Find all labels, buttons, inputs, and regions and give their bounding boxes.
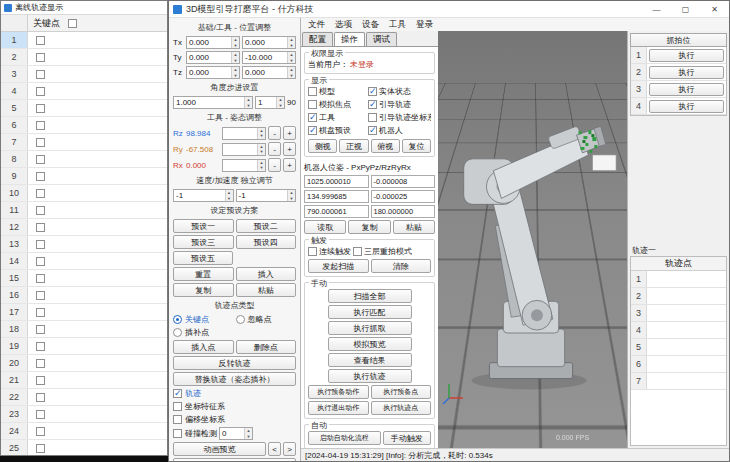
rx-plus-button[interactable]: + [283, 158, 296, 172]
copy-button[interactable]: 复制 [173, 283, 234, 297]
angle-step-spinner[interactable]: 1.000▲▼ [173, 96, 253, 109]
run-prepare-action-button[interactable]: 执行预备动作 [308, 385, 369, 399]
keypoint-row[interactable]: 23 [1, 406, 167, 423]
minimize-button[interactable]: — [642, 1, 671, 17]
point-type-keypoint[interactable]: 关键点 [173, 314, 234, 325]
preset-5-button[interactable]: 预设五 [173, 251, 233, 265]
robot-checkbox[interactable] [368, 126, 377, 135]
ty-value-spinner[interactable]: -10.000▲▼ [242, 51, 296, 64]
keypoint-checkbox[interactable] [36, 53, 45, 62]
rz-plus-button[interactable]: + [283, 126, 296, 140]
keypoint-row[interactable]: 5 [1, 100, 167, 117]
keypoint-row-number[interactable]: 13 [1, 236, 28, 252]
keypoint-row[interactable]: 19 [1, 338, 167, 355]
maximize-button[interactable]: ▢ [671, 1, 700, 17]
keypoint-checkbox[interactable] [36, 342, 45, 351]
select-all-checkbox[interactable] [68, 19, 77, 28]
track-point-row-number[interactable]: 7 [631, 373, 647, 389]
tz-value-spinner[interactable]: 0.000▲▼ [242, 66, 296, 79]
keypoint-row[interactable]: 8 [1, 151, 167, 168]
ry-step-spinner[interactable]: ▲▼ [222, 143, 266, 156]
pose-read-button[interactable]: 读取 [304, 220, 346, 234]
table-corner-cell[interactable] [1, 15, 28, 31]
run-exit-action-button[interactable]: 执行退出动作 [308, 401, 369, 415]
track-point-row[interactable]: 6 [631, 356, 726, 373]
continuous-trigger-checkbox[interactable] [308, 247, 317, 256]
keypoint-checkbox[interactable] [36, 189, 45, 198]
keypoint-row[interactable]: 3 [1, 66, 167, 83]
keypoint-row-number[interactable]: 23 [1, 406, 28, 422]
preset-3-button[interactable]: 预设三 [173, 235, 234, 249]
main-titlebar[interactable]: 3D模型引导打磨平台 - 什方科技 — ▢ ✕ [169, 1, 729, 18]
keypoint-checkbox[interactable] [36, 308, 45, 317]
keypoint-checkbox[interactable] [36, 206, 45, 215]
keypoint-row-number[interactable]: 1 [1, 32, 28, 48]
menu-login[interactable]: 登录 [411, 19, 438, 31]
keypoint-row[interactable]: 1 [1, 32, 167, 49]
point-type-interp[interactable]: 插补点 [173, 327, 296, 338]
display-tool[interactable]: 工具 [308, 112, 366, 123]
execute-button[interactable]: 执行 [649, 49, 724, 62]
keypoint-checkbox[interactable] [36, 410, 45, 419]
ry-plus-button[interactable]: + [283, 142, 296, 156]
keypoint-row[interactable]: 21 [1, 372, 167, 389]
track-point-row-cell[interactable] [647, 312, 726, 314]
keypoint-row-number[interactable]: 18 [1, 321, 28, 337]
keypoint-checkbox[interactable] [36, 376, 45, 385]
tab-operate[interactable]: 操作 [334, 32, 365, 46]
execute-button[interactable]: 执行 [649, 100, 724, 113]
keypoint-row-number[interactable]: 15 [1, 270, 28, 286]
keypoint-checkbox[interactable] [36, 240, 45, 249]
track-point-row[interactable]: 5 [631, 339, 726, 356]
keypoint-row[interactable]: 11 [1, 202, 167, 219]
keypoint-row-number[interactable]: 6 [1, 117, 28, 133]
display-guide-frame[interactable]: 引导轨迹坐标系 [368, 112, 431, 123]
tab-config[interactable]: 配置 [302, 32, 333, 46]
preset-1-button[interactable]: 预设一 [173, 219, 234, 233]
keypoint-row-number[interactable]: 11 [1, 202, 28, 218]
run-grab-button[interactable]: 执行抓取 [328, 321, 412, 335]
entity-state-checkbox[interactable] [368, 87, 377, 96]
tz-step-spinner[interactable]: 0.000▲▼ [186, 66, 240, 79]
keypoint-checkbox[interactable] [36, 155, 45, 164]
keypoint-row[interactable]: 24 [1, 423, 167, 440]
keypoint-row-number[interactable]: 8 [1, 151, 28, 167]
track-point-row-number[interactable]: 1 [631, 271, 647, 287]
keypoint-row[interactable]: 20 [1, 355, 167, 372]
keypoint-row-number[interactable]: 21 [1, 372, 28, 388]
keypoint-row[interactable]: 17 [1, 304, 167, 321]
track-point-row-number[interactable]: 4 [631, 322, 647, 338]
ignore-radio[interactable] [236, 315, 245, 324]
delete-point-button[interactable]: 删除点 [236, 340, 297, 354]
keypoint-row[interactable]: 14 [1, 253, 167, 270]
track-point-row-number[interactable]: 6 [631, 356, 647, 372]
track-point-row-cell[interactable] [647, 346, 726, 348]
keypoint-row[interactable]: 13 [1, 236, 167, 253]
track-point-row-cell[interactable] [647, 295, 726, 297]
display-entity-state[interactable]: 实体状态 [368, 86, 431, 97]
capture-row-number[interactable]: 3 [631, 81, 647, 97]
keypoint-checkbox[interactable] [36, 121, 45, 130]
keypoint-row-number[interactable]: 12 [1, 219, 28, 235]
display-robot[interactable]: 机器人 [368, 125, 431, 136]
paste-button[interactable]: 粘贴 [236, 283, 297, 297]
interp-radio[interactable] [173, 328, 182, 337]
keypoint-row[interactable]: 7 [1, 134, 167, 151]
keypoint-row[interactable]: 15 [1, 270, 167, 287]
keypoint-checkbox[interactable] [36, 444, 45, 453]
retake-mode-checkbox[interactable] [353, 247, 362, 256]
collision-checkbox-line[interactable]: 碰撞检测 [173, 428, 217, 439]
start-scan-button[interactable]: 发起扫描 [308, 259, 369, 273]
offset-frame-checkbox-line[interactable]: 偏移坐标系 [173, 414, 296, 425]
keypoint-checkbox[interactable] [36, 172, 45, 181]
track-point-row-number[interactable]: 5 [631, 339, 647, 355]
preset-2-button[interactable]: 预设二 [236, 219, 297, 233]
keypoint-row-number[interactable]: 19 [1, 338, 28, 354]
continuous-trigger[interactable]: 连续触发 [308, 246, 351, 257]
guide-track-checkbox[interactable] [368, 100, 377, 109]
track-point-row[interactable]: 3 [631, 305, 726, 322]
prev-frame-button[interactable]: < [268, 442, 281, 456]
keypoint-row[interactable]: 9 [1, 168, 167, 185]
view-result-button[interactable]: 查看结果 [328, 353, 412, 367]
sim-focus-checkbox[interactable] [308, 100, 317, 109]
